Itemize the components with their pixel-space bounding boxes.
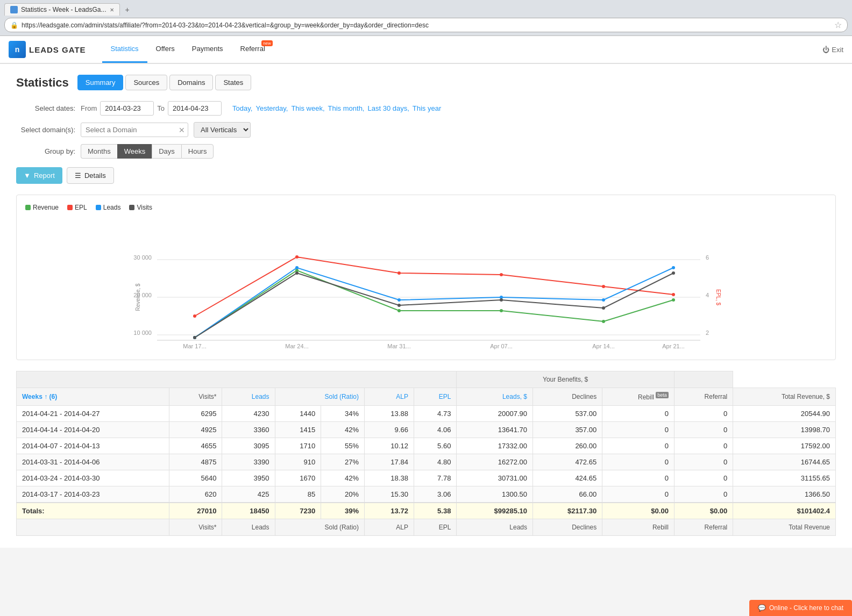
report-button[interactable]: ▼ Report	[16, 167, 62, 184]
legend-leads: Leads	[96, 204, 121, 211]
svg-point-34	[602, 298, 605, 302]
browser-tab[interactable]: Statistics - Week - LeadsGa... ✕	[4, 3, 120, 16]
col-epl[interactable]: EPL	[414, 388, 457, 406]
svg-text:10 000: 10 000	[133, 330, 152, 336]
totals-referral: $0.00	[674, 503, 733, 519]
epl-5: 7.78	[414, 470, 457, 486]
total-1: 20544.90	[733, 406, 836, 422]
ratio-3: 55%	[321, 438, 365, 454]
svg-point-25	[295, 255, 299, 259]
svg-text:2: 2	[706, 330, 709, 336]
to-date-input[interactable]	[168, 101, 222, 116]
totals-row: Totals: 27010 18450 7230 39% 13.72 5.38 …	[17, 503, 836, 519]
clear-domain-icon[interactable]: ✕	[179, 126, 185, 134]
domain-input[interactable]	[81, 123, 188, 137]
leads-3: 3095	[222, 438, 275, 454]
svg-text:Mar 17...: Mar 17...	[183, 343, 206, 349]
svg-text:Mar 24...: Mar 24...	[285, 343, 308, 349]
svg-point-28	[602, 285, 605, 288]
group-months[interactable]: Months	[81, 144, 117, 159]
referral-4: 0	[674, 454, 733, 470]
col-alp[interactable]: ALP	[364, 388, 414, 406]
tab-domains[interactable]: Domains	[169, 75, 213, 90]
from-date-input[interactable]	[100, 101, 154, 116]
rebill-2: 0	[602, 422, 674, 438]
sold-5: 1670	[275, 470, 321, 486]
totals-rebill: $0.00	[602, 503, 674, 519]
bookmark-icon[interactable]: ☆	[834, 20, 842, 30]
totals-declines: $2117.30	[532, 503, 602, 519]
col-weeks[interactable]: Weeks ↑ (6)	[17, 388, 169, 406]
tab-summary[interactable]: Summary	[77, 75, 124, 90]
epl-1: 4.73	[414, 406, 457, 422]
table-row: 2014-04-21 - 2014-04-27 6295 4230 1440 3…	[17, 406, 836, 422]
ratio-2: 42%	[321, 422, 365, 438]
quick-this-week[interactable]: This week,	[291, 104, 324, 112]
col-leads[interactable]: Leads	[222, 388, 275, 406]
svg-text:Apr 07...: Apr 07...	[490, 343, 513, 349]
quick-yesterday[interactable]: Yesterday,	[255, 104, 288, 112]
quick-dates: Today, Yesterday, This week, This month,…	[232, 104, 441, 112]
alp-1: 13.88	[364, 406, 414, 422]
chart-legend: Revenue EPL Leads Visits	[25, 204, 827, 211]
quick-this-year[interactable]: This year	[413, 104, 441, 112]
svg-text:4: 4	[706, 292, 709, 298]
svg-text:Revenue, $: Revenue, $	[135, 283, 141, 311]
col-leads-usd[interactable]: Leads, $	[457, 388, 533, 406]
nav-item-offers[interactable]: Offers	[147, 36, 183, 63]
to-label: To	[157, 104, 165, 112]
week-range-4: 2014-03-31 - 2014-04-06	[17, 454, 169, 470]
chart-svg: 10 000 20 000 30 000 Revenue, $ 2 4 6 EP…	[25, 217, 827, 351]
verticals-select[interactable]: All Verticals	[194, 122, 251, 138]
ratio-4: 27%	[321, 454, 365, 470]
nav-item-payments[interactable]: Payments	[183, 36, 232, 63]
legend-epl: EPL	[67, 204, 87, 211]
epl-4: 4.80	[414, 454, 457, 470]
tab-states[interactable]: States	[215, 75, 251, 90]
ssl-icon: 🔒	[10, 22, 18, 29]
group-weeks[interactable]: Weeks	[117, 144, 152, 159]
footer-visits: Visits*	[169, 519, 222, 536]
quick-today[interactable]: Today,	[232, 104, 252, 112]
footer-empty	[17, 519, 169, 536]
tab-sources[interactable]: Sources	[125, 75, 167, 90]
referral-3: 0	[674, 438, 733, 454]
quick-last-30[interactable]: Last 30 days,	[367, 104, 409, 112]
visits-1: 6295	[169, 406, 222, 422]
svg-point-35	[672, 266, 675, 269]
details-button[interactable]: ☰ Details	[67, 167, 114, 184]
referral-6: 0	[674, 486, 733, 503]
download-icon: ▼	[24, 171, 31, 180]
date-group: From To	[81, 101, 222, 116]
col-sold[interactable]: Sold (Ratio)	[275, 388, 364, 406]
legend-revenue: Revenue	[25, 204, 59, 211]
svg-point-37	[295, 271, 299, 275]
totals-leads-usd: $99285.10	[457, 503, 533, 519]
leads-usd-2: 13641.70	[457, 422, 533, 438]
tab-close-icon[interactable]: ✕	[110, 7, 114, 13]
nav-item-statistics[interactable]: Statistics	[102, 36, 147, 63]
svg-point-32	[397, 298, 401, 302]
url-text: https://leadsgate.com/admin/stats/affili…	[22, 22, 831, 29]
logo-text: LEADS GATE	[29, 45, 86, 54]
exit-button[interactable]: ⏻ Exit	[822, 46, 843, 54]
total-4: 16744.65	[733, 454, 836, 470]
epl-3: 5.60	[414, 438, 457, 454]
group-hours[interactable]: Hours	[181, 144, 214, 159]
leads-1: 4230	[222, 406, 275, 422]
totals-ratio: 39%	[321, 503, 365, 519]
leads-2: 3360	[222, 422, 275, 438]
rebill-3: 0	[602, 438, 674, 454]
alp-3: 10.12	[364, 438, 414, 454]
leads-4: 3390	[222, 454, 275, 470]
sold-4: 910	[275, 454, 321, 470]
group-days[interactable]: Days	[152, 144, 181, 159]
visits-6: 620	[169, 486, 222, 503]
quick-this-month[interactable]: This month,	[328, 104, 365, 112]
totals-alp: 13.72	[364, 503, 414, 519]
address-bar[interactable]: 🔒 https://leadsgate.com/admin/stats/affi…	[4, 18, 848, 32]
new-tab-button[interactable]: +	[122, 4, 133, 15]
nav-item-referral[interactable]: Referral new	[232, 36, 274, 63]
week-range-2: 2014-04-14 - 2014-04-20	[17, 422, 169, 438]
referral-2: 0	[674, 422, 733, 438]
